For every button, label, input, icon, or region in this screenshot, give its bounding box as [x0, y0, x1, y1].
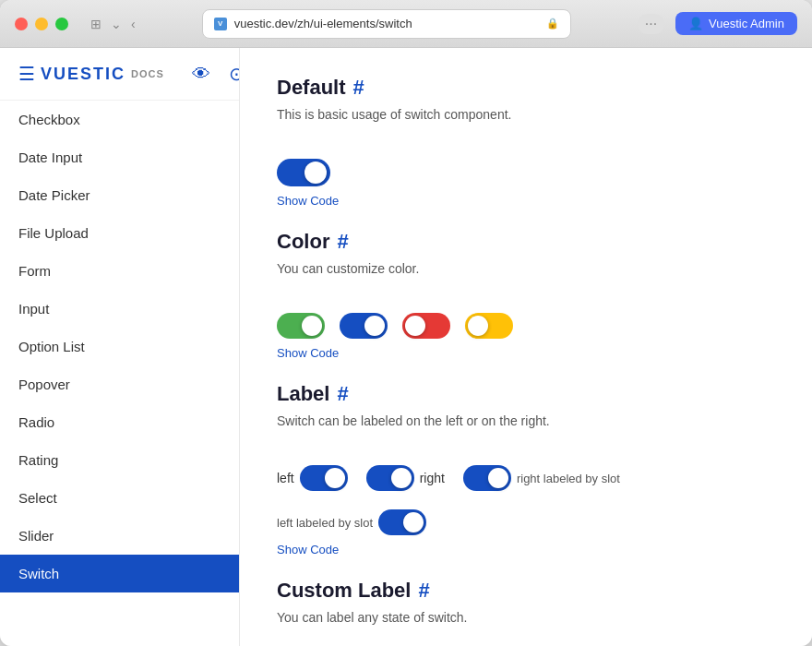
lock-icon: 🔒: [546, 18, 559, 30]
color-title: Color #: [277, 230, 775, 254]
docs-label: DOCS: [131, 68, 164, 79]
sidebar-item-option-list[interactable]: Option List: [0, 328, 239, 365]
minimize-button[interactable]: [35, 18, 48, 30]
left-switch-thumb: [325, 468, 345, 488]
blue-switch-thumb: [364, 316, 385, 336]
right-switch-thumb: [391, 468, 412, 488]
label-demo: left rig: [277, 447, 775, 543]
menu-icon[interactable]: ☰: [18, 63, 35, 85]
sidebar-top-bar: ☰ VUESTIC DOCS 👁 ⊙ ⤴: [0, 48, 239, 101]
default-show-code-button[interactable]: Show Code: [277, 194, 339, 208]
left-switch-track: [300, 465, 348, 491]
sidebar-item-file-upload[interactable]: File Upload: [0, 214, 239, 252]
favicon: V: [214, 18, 227, 30]
default-hash[interactable]: #: [353, 76, 364, 100]
color-desc: You can customize color.: [277, 261, 775, 276]
color-hash[interactable]: #: [337, 230, 348, 254]
red-switch[interactable]: [402, 313, 450, 339]
address-bar[interactable]: V vuestic.dev/zh/ui-elements/switch 🔒: [202, 9, 571, 39]
left-slot-switch-track: [378, 509, 426, 535]
traffic-lights: [15, 18, 68, 30]
github-icon[interactable]: ⊙: [229, 63, 240, 85]
profile-label: Vuestic Admin: [709, 17, 784, 30]
default-demo: [277, 140, 775, 194]
chevron-down-icon[interactable]: ⌄: [111, 17, 122, 31]
left-slot-switch-thumb: [403, 512, 424, 532]
tab-switcher-icon[interactable]: ⊞: [90, 17, 102, 31]
blue-switch[interactable]: [340, 313, 388, 339]
sidebar-item-date-picker[interactable]: Date Picker: [0, 176, 239, 214]
more-button[interactable]: ···: [638, 14, 664, 34]
right-slot-switch-track: [463, 465, 511, 491]
blue-switch-track: [340, 313, 388, 339]
color-show-code-button[interactable]: Show Code: [277, 346, 339, 360]
label-desc: Switch can be labeled on the left or on …: [277, 413, 775, 428]
right-slot-label-text: right labeled by slot: [517, 472, 620, 485]
eye-icon[interactable]: 👁: [192, 64, 210, 85]
label-section: Label # Switch can be labeled on the lef…: [277, 382, 775, 556]
logo: ☰ VUESTIC DOCS: [18, 63, 164, 85]
custom-label-section: Custom Label # You can label any state o…: [277, 579, 775, 646]
default-section: Default # This is basic usage of switch …: [277, 76, 775, 208]
logo-text: VUESTIC: [41, 65, 125, 84]
header-icons: 👁 ⊙ ⤴: [164, 63, 240, 85]
right-labeled-switch-container: right: [366, 465, 445, 491]
sidebar-item-date-input[interactable]: Date Input: [0, 138, 239, 176]
color-demo: [277, 294, 775, 346]
right-slot-labeled-switch-container: right labeled by slot: [463, 465, 620, 491]
right-label-text: right: [420, 471, 445, 485]
default-title: Default #: [277, 76, 775, 100]
right-slot-switch[interactable]: [463, 465, 511, 491]
sidebar: ☰ VUESTIC DOCS 👁 ⊙ ⤴ Checkbox Date Input…: [0, 48, 240, 646]
green-switch-track: [277, 313, 325, 339]
custom-label-hash[interactable]: #: [418, 579, 429, 603]
sidebar-item-rating[interactable]: Rating: [0, 441, 239, 479]
left-slot-switch[interactable]: [378, 509, 426, 535]
label-show-code-button[interactable]: Show Code: [277, 543, 339, 556]
left-label-text: left: [277, 471, 294, 485]
main-content: Default # This is basic usage of switch …: [240, 48, 812, 646]
label-title: Label #: [277, 382, 775, 406]
profile-button[interactable]: 👤 Vuestic Admin: [675, 12, 797, 35]
sidebar-item-checkbox[interactable]: Checkbox: [0, 101, 239, 138]
red-switch-track: [402, 313, 450, 339]
profile-icon: 👤: [688, 17, 703, 30]
right-labeled-switch[interactable]: [366, 465, 414, 491]
label-hash[interactable]: #: [337, 382, 348, 406]
browser-controls: ⊞ ⌄ ‹: [90, 17, 136, 31]
sidebar-item-input[interactable]: Input: [0, 290, 239, 328]
back-icon[interactable]: ‹: [131, 17, 136, 31]
right-slot-switch-thumb: [488, 468, 508, 488]
red-switch-thumb: [405, 316, 425, 336]
sidebar-item-form[interactable]: Form: [0, 252, 239, 290]
yellow-switch[interactable]: [465, 313, 513, 339]
sidebar-item-popover[interactable]: Popover: [0, 365, 239, 403]
maximize-button[interactable]: [55, 18, 68, 30]
default-switch-track: [277, 159, 330, 186]
sidebar-item-select[interactable]: Select: [0, 479, 239, 517]
left-labeled-switch[interactable]: [300, 465, 348, 491]
yellow-switch-track: [465, 313, 513, 339]
color-section: Color # You can customize color.: [277, 230, 775, 360]
sidebar-item-slider[interactable]: Slider: [0, 517, 239, 555]
sidebar-item-switch[interactable]: Switch: [0, 555, 239, 592]
green-switch-thumb: [302, 316, 322, 336]
close-button[interactable]: [15, 18, 28, 30]
custom-label-title: Custom Label #: [277, 579, 775, 603]
sidebar-item-radio[interactable]: Radio: [0, 403, 239, 441]
left-slot-label-text: left labeled by slot: [277, 516, 373, 530]
default-switch[interactable]: [277, 159, 330, 186]
title-bar: ⊞ ⌄ ‹ V vuestic.dev/zh/ui-elements/switc…: [0, 0, 812, 48]
right-switch-track: [366, 465, 414, 491]
default-desc: This is basic usage of switch component.: [277, 107, 775, 122]
left-labeled-switch-container: left: [277, 465, 348, 491]
app-container: ☰ VUESTIC DOCS 👁 ⊙ ⤴ Checkbox Date Input…: [0, 48, 812, 646]
url-display: vuestic.dev/zh/ui-elements/switch: [234, 17, 539, 30]
custom-label-desc: You can label any state of switch.: [277, 610, 775, 625]
left-slot-labeled-switch-container: left labeled by slot: [277, 509, 426, 535]
green-switch[interactable]: [277, 313, 325, 339]
default-switch-thumb: [304, 162, 327, 184]
yellow-switch-thumb: [468, 316, 488, 336]
